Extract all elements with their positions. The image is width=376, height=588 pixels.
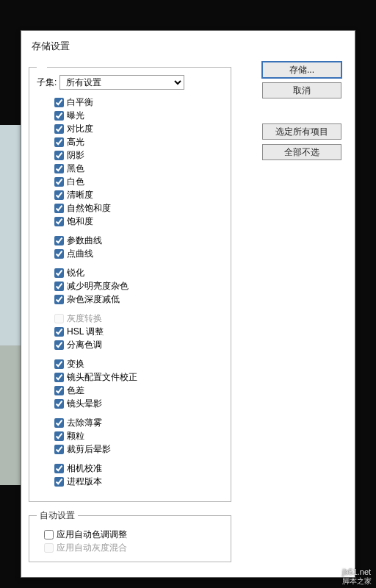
setting-checkbox[interactable] xyxy=(54,431,64,441)
checkbox-row: 镜头晕影 xyxy=(54,397,223,410)
settings-group: 变换镜头配置文件校正色差镜头晕影 xyxy=(54,357,223,410)
setting-checkbox[interactable] xyxy=(54,177,64,187)
settings-group: 去除薄雾颗粒裁剪后晕影 xyxy=(54,416,223,456)
setting-label: 变换 xyxy=(67,357,84,370)
checkbox-row: 变换 xyxy=(54,357,223,370)
setting-label: 应用自动灰度混合 xyxy=(57,541,127,554)
setting-checkbox[interactable] xyxy=(54,295,64,304)
checkbox-row: 裁剪后晕影 xyxy=(54,442,223,456)
setting-checkbox[interactable] xyxy=(54,98,64,107)
setting-checkbox[interactable] xyxy=(54,236,64,245)
setting-label: 灰度转换 xyxy=(67,312,102,325)
setting-checkbox[interactable] xyxy=(54,464,64,473)
setting-checkbox[interactable] xyxy=(54,373,64,382)
setting-checkbox[interactable] xyxy=(54,151,64,160)
checkbox-row: 点曲线 xyxy=(54,247,223,260)
checkbox-row: 进程版本 xyxy=(54,475,223,488)
setting-label: 相机校准 xyxy=(67,462,102,475)
checkbox-row: 阴影 xyxy=(54,148,223,162)
subset-label: 子集: xyxy=(37,76,57,89)
setting-checkbox xyxy=(44,543,54,553)
checkbox-row: 曝光 xyxy=(54,109,223,122)
auto-settings-list: 应用自动色调调整应用自动灰度混合 xyxy=(37,528,223,554)
checkbox-row: 减少明亮度杂色 xyxy=(54,279,223,293)
checkbox-row: 去除薄雾 xyxy=(54,416,223,429)
dialog-title: 存储设置 xyxy=(21,31,355,57)
setting-checkbox[interactable] xyxy=(44,530,54,539)
setting-checkbox[interactable] xyxy=(54,418,64,428)
checkbox-row: 参数曲线 xyxy=(54,234,223,247)
watermark-main: jb51.net xyxy=(342,567,371,576)
settings-group: 相机校准进程版本 xyxy=(54,462,223,488)
setting-label: 颗粒 xyxy=(67,429,84,442)
subset-select[interactable]: 所有设置 xyxy=(59,75,184,90)
setting-checkbox[interactable] xyxy=(54,327,64,337)
setting-label: 色差 xyxy=(67,384,84,397)
settings-group: 白平衡曝光对比度高光阴影黑色白色清晰度自然饱和度饱和度 xyxy=(54,96,223,228)
setting-label: 点曲线 xyxy=(67,247,93,260)
checkbox-row: 锐化 xyxy=(54,266,223,279)
setting-checkbox[interactable] xyxy=(54,268,64,278)
setting-label: 曝光 xyxy=(67,109,84,122)
setting-checkbox[interactable] xyxy=(54,282,64,291)
checkbox-row: 应用自动色调调整 xyxy=(44,528,223,541)
settings-group: 锐化减少明亮度杂色杂色深度减低 xyxy=(54,266,223,306)
setting-label: 清晰度 xyxy=(67,188,93,201)
setting-checkbox[interactable] xyxy=(54,340,64,350)
setting-checkbox[interactable] xyxy=(54,111,64,121)
setting-checkbox[interactable] xyxy=(54,204,64,213)
save-settings-dialog: 存储设置 存储... 取消 选定所有项目 全部不选 x 子集: 所有设置 白平衡… xyxy=(21,30,355,578)
watermark: jb51.net 脚本之家 xyxy=(342,567,372,587)
background-image-strip xyxy=(0,345,21,485)
setting-label: 裁剪后晕影 xyxy=(67,442,111,456)
setting-label: 镜头配置文件校正 xyxy=(67,370,137,384)
checkbox-row: 色差 xyxy=(54,384,223,397)
checkbox-row: HSL 调整 xyxy=(54,325,223,338)
checkbox-row: 镜头配置文件校正 xyxy=(54,370,223,384)
checkbox-row: 白平衡 xyxy=(54,96,223,109)
setting-checkbox[interactable] xyxy=(54,477,64,487)
setting-label: 阴影 xyxy=(67,148,84,162)
settings-group: 灰度转换HSL 调整分离色调 xyxy=(54,312,223,351)
setting-label: 应用自动色调调整 xyxy=(57,528,127,541)
setting-label: 黑色 xyxy=(67,162,84,175)
setting-checkbox[interactable] xyxy=(54,124,64,134)
setting-label: 高光 xyxy=(67,135,84,148)
checkbox-row: 杂色深度减低 xyxy=(54,293,223,306)
setting-label: 镜头晕影 xyxy=(67,397,102,410)
setting-checkbox[interactable] xyxy=(54,359,64,369)
checkbox-row: 相机校准 xyxy=(54,462,223,475)
setting-checkbox[interactable] xyxy=(54,190,64,200)
checkbox-row: 灰度转换 xyxy=(54,312,223,325)
checkbox-row: 分离色调 xyxy=(54,338,223,351)
setting-checkbox[interactable] xyxy=(54,386,64,395)
setting-label: 去除薄雾 xyxy=(67,416,102,429)
setting-label: 白平衡 xyxy=(67,96,93,109)
setting-label: 白色 xyxy=(67,175,84,188)
setting-label: 减少明亮度杂色 xyxy=(67,279,129,293)
checkbox-row: 自然饱和度 xyxy=(54,201,223,215)
setting-checkbox[interactable] xyxy=(54,399,64,409)
setting-checkbox[interactable] xyxy=(54,164,64,173)
setting-checkbox[interactable] xyxy=(54,137,64,147)
auto-settings-legend: 自动设置 xyxy=(37,509,78,522)
setting-checkbox[interactable] xyxy=(54,445,64,454)
checkbox-row: 饱和度 xyxy=(54,215,223,228)
checkbox-row: 清晰度 xyxy=(54,188,223,201)
setting-label: 参数曲线 xyxy=(67,234,102,247)
setting-label: 进程版本 xyxy=(67,475,102,488)
setting-checkbox[interactable] xyxy=(54,249,64,259)
setting-label: 分离色调 xyxy=(67,338,102,351)
setting-label: 锐化 xyxy=(67,266,84,279)
checkbox-row: 颗粒 xyxy=(54,429,223,442)
checkbox-row: 黑色 xyxy=(54,162,223,175)
setting-checkbox[interactable] xyxy=(54,217,64,226)
settings-checkbox-list: 白平衡曝光对比度高光阴影黑色白色清晰度自然饱和度饱和度参数曲线点曲线锐化减少明亮… xyxy=(37,96,223,488)
setting-checkbox xyxy=(54,314,64,323)
setting-label: 杂色深度减低 xyxy=(67,293,120,306)
checkbox-row: 对比度 xyxy=(54,122,223,135)
auto-settings-fieldset: 自动设置 应用自动色调调整应用自动灰度混合 xyxy=(29,509,231,562)
checkbox-row: 应用自动灰度混合 xyxy=(44,541,223,554)
setting-label: HSL 调整 xyxy=(67,325,104,338)
watermark-sub: 脚本之家 xyxy=(342,576,372,587)
